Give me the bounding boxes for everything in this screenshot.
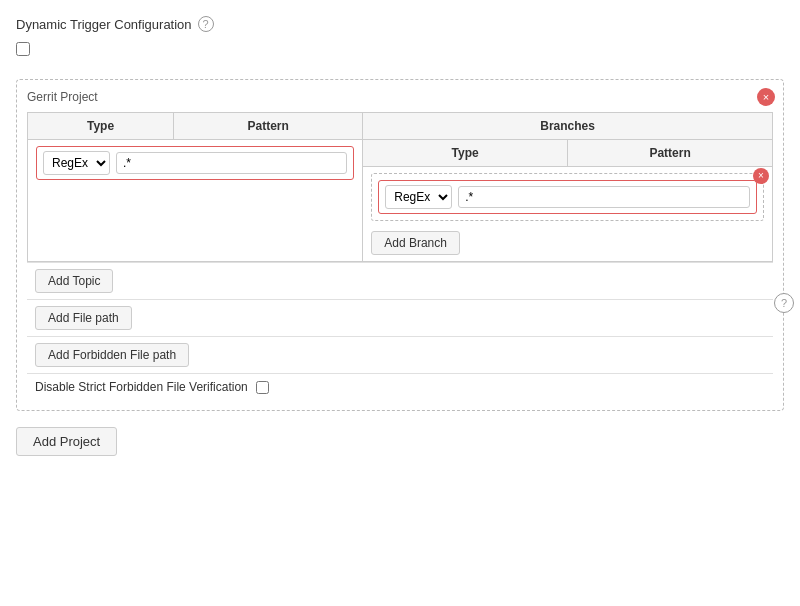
branch-pattern-input[interactable] xyxy=(458,186,750,208)
branches-header: Type Pattern xyxy=(363,140,772,167)
page-title: Dynamic Trigger Configuration xyxy=(16,17,192,32)
dynamic-trigger-checkbox[interactable] xyxy=(16,42,30,56)
project-type-select[interactable]: RegEx Plain ANT xyxy=(43,151,110,175)
branches-cell: Type Pattern RegEx Plain ANT xyxy=(363,140,773,262)
branch-type-select[interactable]: RegEx Plain ANT xyxy=(385,185,452,209)
branches-body: RegEx Plain ANT × Add Branch xyxy=(363,167,772,261)
project-pattern-input[interactable] xyxy=(116,152,347,174)
branches-inner: Type Pattern RegEx Plain ANT xyxy=(363,140,772,261)
title-help-icon[interactable]: ? xyxy=(198,16,214,32)
page-title-row: Dynamic Trigger Configuration ? xyxy=(16,16,784,32)
add-file-path-button[interactable]: Add File path xyxy=(35,306,132,330)
branches-column-header: Branches xyxy=(363,113,773,140)
add-branch-button[interactable]: Add Branch xyxy=(371,231,460,255)
disable-strict-label: Disable Strict Forbidden File Verificati… xyxy=(35,380,248,394)
gerrit-panel-title: Gerrit Project xyxy=(27,90,773,104)
disable-strict-row: Disable Strict Forbidden File Verificati… xyxy=(27,373,773,400)
project-type-pattern-cell: RegEx Plain ANT xyxy=(28,140,363,262)
branch-pattern-header: Pattern xyxy=(568,140,772,166)
disable-strict-checkbox[interactable] xyxy=(256,381,269,394)
add-forbidden-file-path-button[interactable]: Add Forbidden File path xyxy=(35,343,189,367)
branch-close-button[interactable]: × xyxy=(753,168,769,184)
table-row: RegEx Plain ANT Type Pattern xyxy=(28,140,773,262)
branch-row-inner: RegEx Plain ANT xyxy=(378,180,757,214)
branch-type-header: Type xyxy=(363,140,568,166)
gerrit-main-table: Type Pattern Branches RegEx Plain ANT xyxy=(27,112,773,262)
project-row: RegEx Plain ANT xyxy=(36,146,354,180)
type-column-header: Type xyxy=(28,113,174,140)
gerrit-panel-close-button[interactable]: × xyxy=(757,88,775,106)
gerrit-project-panel: Gerrit Project × Type Pattern Branches R… xyxy=(16,79,784,411)
add-topic-button[interactable]: Add Topic xyxy=(35,269,113,293)
add-topic-row: Add Topic xyxy=(27,262,773,299)
add-file-path-row: Add File path xyxy=(27,299,773,336)
right-help-icon[interactable]: ? xyxy=(774,293,794,313)
dynamic-trigger-checkbox-row xyxy=(16,42,784,59)
add-project-button[interactable]: Add Project xyxy=(16,427,117,456)
branch-row: RegEx Plain ANT × xyxy=(371,173,764,221)
add-forbidden-row: Add Forbidden File path xyxy=(27,336,773,373)
pattern-column-header: Pattern xyxy=(174,113,363,140)
